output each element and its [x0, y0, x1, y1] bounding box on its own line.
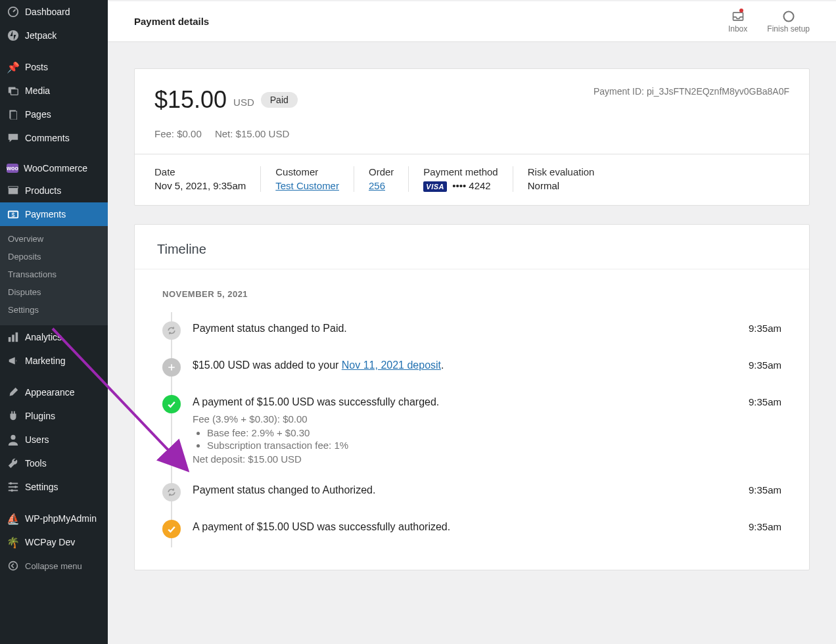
- date-label: Date: [154, 166, 246, 177]
- payment-currency: USD: [233, 97, 254, 108]
- sidebar-item-label: Dashboard: [25, 7, 70, 17]
- card-last4: •••• 4242: [452, 180, 491, 191]
- pin-icon: 📌: [7, 60, 20, 74]
- sidebar-item-label: Appearance: [25, 387, 75, 398]
- submenu-disputes[interactable]: Disputes: [0, 283, 108, 301]
- inbox-label: Inbox: [728, 24, 747, 34]
- sidebar-item-pages[interactable]: Pages: [0, 103, 108, 126]
- sidebar-item-media[interactable]: Media: [0, 79, 108, 103]
- sidebar-item-label: Users: [25, 434, 49, 445]
- admin-sidebar: Dashboard Jetpack 📌 Posts Media Pages Co…: [0, 0, 108, 644]
- check-icon: [162, 520, 181, 538]
- submenu-transactions[interactable]: Transactions: [0, 265, 108, 283]
- notification-dot-icon: [739, 9, 743, 12]
- topbar: Payment details Inbox Finish setup: [108, 1, 836, 42]
- main-area: Payment details Inbox Finish setup $15.0…: [108, 1, 836, 644]
- submenu-settings[interactable]: Settings: [0, 301, 108, 319]
- deposit-link[interactable]: Nov 11, 2021 deposit: [342, 359, 441, 371]
- status-badge: Paid: [261, 92, 298, 108]
- timeline-title: Timeline: [135, 225, 809, 269]
- svg-point-22: [783, 11, 793, 21]
- svg-text:$: $: [11, 212, 14, 218]
- svg-rect-10: [9, 337, 11, 342]
- analytics-icon: [7, 331, 20, 344]
- collapse-icon: [7, 559, 20, 572]
- phpmyadmin-icon: ⛵: [7, 512, 20, 525]
- sidebar-item-label: Plugins: [25, 411, 55, 421]
- plus-icon: [162, 358, 181, 377]
- sliders-icon: [7, 480, 20, 494]
- timeline-events: Payment status changed to Paid. 9:35am $…: [162, 312, 781, 547]
- sidebar-item-appearance[interactable]: Appearance: [0, 380, 108, 404]
- sidebar-item-posts[interactable]: 📌 Posts: [0, 55, 108, 79]
- sidebar-item-marketing[interactable]: Marketing: [0, 349, 108, 373]
- submenu-deposits[interactable]: Deposits: [0, 248, 108, 265]
- event-time: 9:35am: [749, 483, 781, 495]
- submenu-overview[interactable]: Overview: [0, 230, 108, 248]
- sidebar-item-label: Analytics: [25, 332, 62, 342]
- event-text: A payment of $15.00 USD was successfully…: [193, 520, 737, 533]
- sidebar-item-payments[interactable]: $ Payments: [0, 202, 108, 226]
- sidebar-item-comments[interactable]: Comments: [0, 126, 108, 150]
- timeline-event: A payment of $15.00 USD was successfully…: [162, 386, 781, 474]
- date-value: Nov 5, 2021, 9:35am: [154, 180, 246, 191]
- sidebar-item-dashboard[interactable]: Dashboard: [0, 0, 108, 24]
- svg-point-20: [9, 562, 18, 570]
- svg-rect-3: [11, 89, 18, 95]
- net-value: Net: $15.00 USD: [215, 128, 289, 139]
- sidebar-item-phpmyadmin[interactable]: ⛵ WP-phpMyAdmin: [0, 507, 108, 530]
- page-title: Payment details: [134, 16, 209, 27]
- event-time: 9:35am: [749, 321, 781, 334]
- sidebar-item-settings[interactable]: Settings: [0, 475, 108, 499]
- sidebar-item-label: Payments: [25, 209, 66, 219]
- products-icon: [7, 184, 20, 197]
- event-text: Payment status changed to Authorized.: [193, 483, 737, 496]
- order-link[interactable]: 256: [369, 180, 385, 191]
- sidebar-item-woocommerce[interactable]: woo WooCommerce: [0, 158, 108, 179]
- circle-icon: [782, 10, 795, 23]
- payment-summary-card: $15.00 USD Paid Payment ID: pi_3JsFTN2EQ…: [134, 68, 810, 206]
- sidebar-item-analytics[interactable]: Analytics: [0, 325, 108, 349]
- inbox-button[interactable]: Inbox: [728, 10, 747, 34]
- sidebar-item-wcpaydev[interactable]: 🌴 WCPay Dev: [0, 530, 108, 554]
- event-text: Payment status changed to Paid.: [193, 321, 737, 334]
- sidebar-item-label: Posts: [25, 62, 48, 72]
- user-icon: [7, 433, 20, 446]
- sidebar-item-label: Pages: [25, 109, 51, 120]
- sidebar-item-tools[interactable]: Tools: [0, 451, 108, 475]
- check-icon: [162, 395, 181, 413]
- method-value: VISA •••• 4242: [423, 180, 498, 192]
- sidebar-item-users[interactable]: Users: [0, 428, 108, 451]
- customer-link[interactable]: Test Customer: [275, 180, 339, 191]
- pages-icon: [7, 108, 20, 121]
- sync-icon: [162, 483, 181, 501]
- sidebar-item-jetpack[interactable]: Jetpack: [0, 24, 108, 47]
- fee-line: Fee (3.9% + $0.30): $0.00: [193, 413, 737, 425]
- sidebar-item-label: WP-phpMyAdmin: [25, 513, 97, 524]
- subscription-fee-line: Subscription transaction fee: 1%: [207, 440, 737, 451]
- timeline-card: Timeline NOVEMBER 5, 2021 Payment status…: [134, 224, 810, 570]
- svg-rect-11: [12, 334, 14, 342]
- event-time: 9:35am: [749, 358, 781, 371]
- fee-value: Fee: $0.00: [154, 128, 202, 139]
- sync-icon: [162, 321, 181, 340]
- collapse-menu[interactable]: Collapse menu: [0, 554, 108, 578]
- timeline-date: NOVEMBER 5, 2021: [162, 289, 781, 299]
- collapse-label: Collapse menu: [25, 561, 82, 571]
- customer-label: Customer: [275, 166, 339, 177]
- event-text: A payment of $15.00 USD was successfully…: [193, 396, 737, 408]
- megaphone-icon: [7, 354, 20, 367]
- sidebar-item-plugins[interactable]: Plugins: [0, 404, 108, 428]
- brush-icon: [7, 386, 20, 399]
- svg-rect-12: [16, 333, 18, 342]
- svg-rect-5: [11, 111, 17, 120]
- finish-setup-button[interactable]: Finish setup: [767, 10, 810, 34]
- svg-point-1: [8, 30, 18, 41]
- payment-amount: $15.00: [154, 86, 227, 114]
- sidebar-item-products[interactable]: Products: [0, 179, 108, 202]
- sidebar-item-label: Media: [25, 85, 50, 96]
- svg-point-17: [10, 482, 12, 485]
- timeline-event: A payment of $15.00 USD was successfully…: [162, 511, 781, 547]
- net-deposit-line: Net deposit: $15.00 USD: [193, 453, 737, 465]
- svg-point-13: [11, 435, 15, 440]
